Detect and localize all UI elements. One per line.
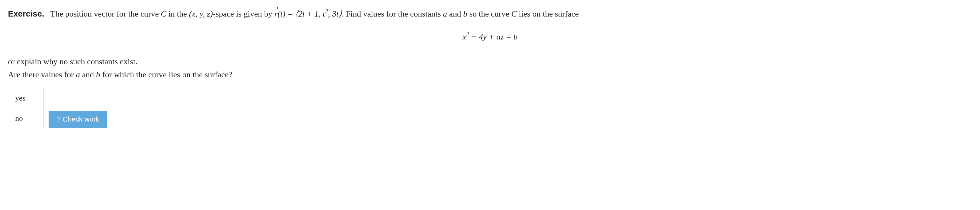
- const-a: a: [443, 9, 447, 18]
- answer-row: yes no ? Check work: [8, 88, 972, 128]
- option-yes[interactable]: yes: [8, 88, 43, 108]
- exercise-container: Exercise. The position vector for the cu…: [8, 6, 972, 133]
- followup-line2: Are there values for a and b for which t…: [8, 68, 972, 82]
- prompt-text: in the: [167, 9, 189, 18]
- const-b: b: [463, 9, 467, 18]
- option-no[interactable]: no: [8, 108, 43, 128]
- vector-r: r: [274, 7, 278, 21]
- curve-symbol: C: [161, 9, 166, 18]
- const-b: b: [96, 70, 100, 79]
- const-a: a: [76, 70, 80, 79]
- eq-exp: 2: [466, 31, 469, 38]
- prompt-text: and: [447, 9, 463, 18]
- space-vars: (x, y, z): [189, 9, 213, 18]
- check-work-button[interactable]: ? Check work: [49, 111, 107, 128]
- prompt-text: -space is given by: [213, 9, 274, 18]
- vector-tail: , 3t⟩: [328, 9, 342, 18]
- surface-equation: x2 − 4y + az = b: [8, 29, 972, 43]
- exercise-prompt: Exercise. The position vector for the cu…: [8, 6, 972, 20]
- vector-def: (t) = ⟨2t + 1, t: [278, 9, 325, 18]
- exercise-label: Exercise.: [8, 9, 44, 18]
- prompt-text: The position vector for the curve: [50, 9, 161, 18]
- prompt-text: lies on the surface: [517, 9, 579, 18]
- prompt-text: so the curve: [467, 9, 511, 18]
- followup-text: Are there values for: [8, 70, 76, 79]
- followup-text: for which the curve lies on the surface?: [100, 70, 232, 79]
- curve-symbol: C: [511, 9, 517, 18]
- followup-text: and: [80, 70, 96, 79]
- answer-options: yes no: [8, 88, 43, 128]
- prompt-text: . Find values for the constants: [342, 9, 443, 18]
- followup-line1: or explain why no such constants exist.: [8, 55, 972, 68]
- eq-lhs: x: [463, 32, 466, 42]
- eq-rest: − 4y + az = b: [469, 32, 517, 42]
- vector-exp: 2: [325, 8, 328, 14]
- followup-block: or explain why no such constants exist. …: [8, 55, 972, 82]
